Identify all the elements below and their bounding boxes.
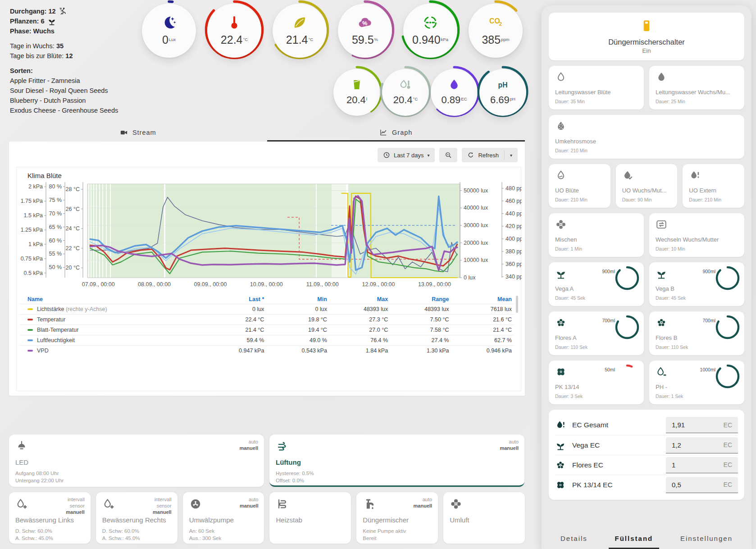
gauge-ph[interactable]: pH6.69pH [479,69,526,116]
mode-switch-led[interactable]: automanuell [239,439,258,451]
device-title: Bewässerung Links [15,516,84,524]
legend-row-temperatur[interactable]: Temperatur 22.4 °C19.8 °C27.3 °C7.50 °C2… [19,315,515,325]
ec-input-vega-ec[interactable]: 1,2EC [666,437,738,453]
mode-sensor[interactable]: sensor [153,503,172,509]
device-card-lueftung[interactable]: automanuellLüftungHysterese: 0.5%Offset:… [269,435,524,487]
mode-switch-duengermischer[interactable]: automanuell [414,496,433,509]
refresh-button[interactable]: Refresh [462,148,504,162]
mode-sensor[interactable]: sensor [66,503,85,509]
mode-manuell[interactable]: manuell [153,509,172,515]
video-camera-icon [120,128,128,137]
scrollbar[interactable] [516,296,518,313]
gauge-water-level[interactable]: 20.4l [333,69,380,116]
tab-stream[interactable]: Stream [9,124,267,141]
device-card-duengermischer[interactable]: automanuellDüngermischerKeine Pumpe akti… [356,492,438,544]
mode-auto[interactable]: auto [239,439,258,445]
sidebar-card-vega-a[interactable]: 900mlVega ADauer: 45 Sek [549,262,644,306]
device-card-umwaelzpumpe[interactable]: automanuellUmwälzpumpeAn: 60 SekAus.: 30… [183,492,264,544]
sidebar-card-vega-b[interactable]: 900mlVega BDauer: 45 Sek [649,262,744,306]
device-detail-line: An: 60 Sek [189,527,258,535]
ec-input-pk-ec[interactable]: 0,5EC [666,477,738,493]
refresh-options-button[interactable]: ▾ [505,148,518,162]
gauge-disc [469,4,523,58]
legend-col-last[interactable]: Last * [204,295,267,304]
water-cards-row: Leitungswasser BlüteDauer: 35 MinLeitung… [549,66,744,110]
mode-auto[interactable]: auto [414,496,433,503]
gauge-disc [403,4,457,58]
sidebar-tab-füllstand[interactable]: Füllstand [615,527,653,549]
mode-manuell[interactable]: manuell [66,509,85,515]
legend-row-blatt-temperatur[interactable]: Blatt-Temperatur 21.4 °C19.4 °C27.0 °C7.… [19,325,515,335]
sidebar-card-uo-extern[interactable]: UO ExternDauer: 210 Min [683,164,744,208]
mode-switch-umwaelzpumpe[interactable]: automanuell [240,496,259,509]
gauge-ec[interactable]: 0.89EC [431,69,478,116]
gauge-humidity[interactable]: %59.5% [338,4,392,58]
device-card-bewaesserung-rechts[interactable]: intervallsensormanuellBewässerung Rechts… [96,492,178,544]
zoom-out-icon [445,151,452,159]
climate-chart[interactable]: 2 kPa1.75 kPa1.5 kPa1.25 kPa1 kPa0.75 kP… [17,179,521,295]
mode-switch-lueftung[interactable]: automanuell [500,439,519,451]
dose-amount: 700ml [702,318,715,323]
sidebar-card-leitungswasser-wuchs[interactable]: Leitungswasser Wuchs/Mu...Dauer: 25 Min [649,66,744,110]
mode-switch-bewaesserung-links[interactable]: intervallsensormanuell [66,496,85,515]
climate-chart-svg[interactable]: 2 kPa1.75 kPa1.5 kPa1.25 kPa1 kPa0.75 kP… [17,179,522,293]
sidebar-card-umkehrosmose[interactable]: UmkehrosmoseDauer: 210 Min [549,115,744,159]
mode-manuell[interactable]: manuell [239,445,258,451]
gauge-water-temperature[interactable]: 20.4°C [382,69,429,116]
ec-row-pk-ec: PK 13/14 EC0,5EC [555,475,738,494]
sidebar-card-duration: Dauer: 90 Min [622,197,671,202]
sidebar-card-wechseln[interactable]: Wechseln Wuchs/MutterDauer: 10 Min [649,213,744,257]
device-card-heizstab[interactable]: Heizstab [269,492,351,544]
sidebar-card-ph-minus[interactable]: 1000mlPH -Dauer: 1 Sek [649,361,744,404]
device-detail-line: A. Schw.: 45.0% [102,535,171,542]
device-card-bewaesserung-links[interactable]: intervallsensormanuellBewässerung LinksD… [9,492,91,544]
gauge-lux[interactable]: 0Lux [142,4,196,58]
legend-col-max[interactable]: Max [330,295,391,304]
gauge-value-water-temperature: 20.4°C [382,94,429,106]
sidebar-card-flores-a[interactable]: 700mlFlores ADauer: 110 Sek [549,311,644,355]
water-temperature-gauge-icon [399,78,412,92]
legend-col-range[interactable]: Range [391,295,451,304]
duengermischerschalter-card[interactable]: Düngermischerschalter Ein [549,13,744,60]
sidebar-card-uo-wuchs[interactable]: UO Wuchs/Mut...Dauer: 90 Min [616,164,678,208]
fertilizer-drawer: Düngermischerschalter Ein Leitungswasser… [542,5,751,549]
ec-input-flores-ec[interactable]: 1EC [666,457,738,473]
ec-input-ec-gesamt[interactable]: 1,91EC [666,417,738,433]
legend-row-vpd[interactable]: VPD 0.947 kPa0.543 kPa1.84 kPa1.30 kPa0.… [19,346,515,356]
mode-manuell[interactable]: manuell [240,503,259,509]
dose-amount: 1000ml [700,367,715,372]
gauge-vpd[interactable]: 0.940kPa [403,4,457,58]
zoom-out-button[interactable] [439,148,457,162]
tab-graph[interactable]: Graph [267,124,525,141]
gauge-temperature[interactable]: 22.4°C [207,4,261,58]
sidebar-card-leitungswasser-bluete[interactable]: Leitungswasser BlüteDauer: 35 Min [549,66,644,110]
mode-intervall[interactable]: intervall [66,496,85,503]
legend-row-luftfeuchtigkeit[interactable]: Luftfeuchtigkeit 59.4 %49.0 %76.4 %27.4 … [19,335,515,346]
mode-manuell[interactable]: manuell [500,445,519,451]
sidebar-tab-details[interactable]: Details [560,527,587,549]
mode-switch-bewaesserung-rechts[interactable]: intervallsensormanuell [153,496,172,515]
mode-manuell[interactable]: manuell [414,503,433,509]
sidebar-card-mischen[interactable]: MischenDauer: 1 Min [549,213,644,257]
time-range-button[interactable]: Last 7 days ▾ [378,148,435,162]
sidebar-card-pk-13-14[interactable]: 50mlPK 13/14Dauer: 3 Sek [549,361,644,404]
sidebar-card-duration: Dauer: 210 Min [555,197,604,202]
chevron-down-icon: ▾ [510,153,512,158]
sidebar-card-duration: Dauer: 210 Min [689,197,738,202]
sidebar-tab-einstellungen[interactable]: Einstellungen [680,527,733,549]
legend-col-name[interactable]: Name [19,295,204,304]
legend-col-min[interactable]: Min [267,295,330,304]
mode-auto[interactable]: auto [500,439,519,445]
gauge-co2[interactable]: CO2385ppm [469,4,523,58]
gauges-row-secondary: 20.4l20.4°C0.89ECpH6.69pH [333,69,526,116]
gauge-leaf-temperature[interactable]: 21.4°C [273,4,327,58]
legend-col-mean[interactable]: Mean [451,295,515,304]
device-card-umluft[interactable]: Umluft [443,492,525,544]
mode-auto[interactable]: auto [240,496,259,503]
mode-intervall[interactable]: intervall [153,496,172,503]
legend-row-lichtst-rke[interactable]: Lichtstärke (rechte y-Achse)0 lux0 lux48… [19,304,515,315]
sidebar-card-uo-bluete[interactable]: UO BlüteDauer: 210 Min [549,164,610,208]
sidebar-card-flores-b[interactable]: 700mlFlores BDauer: 110 Sek [649,311,744,355]
device-card-led[interactable]: automanuellLEDAufgang 08:00 UhrUntergang… [9,435,264,487]
vega-cards-row: 900mlVega ADauer: 45 Sek900mlVega BDauer… [549,262,744,306]
